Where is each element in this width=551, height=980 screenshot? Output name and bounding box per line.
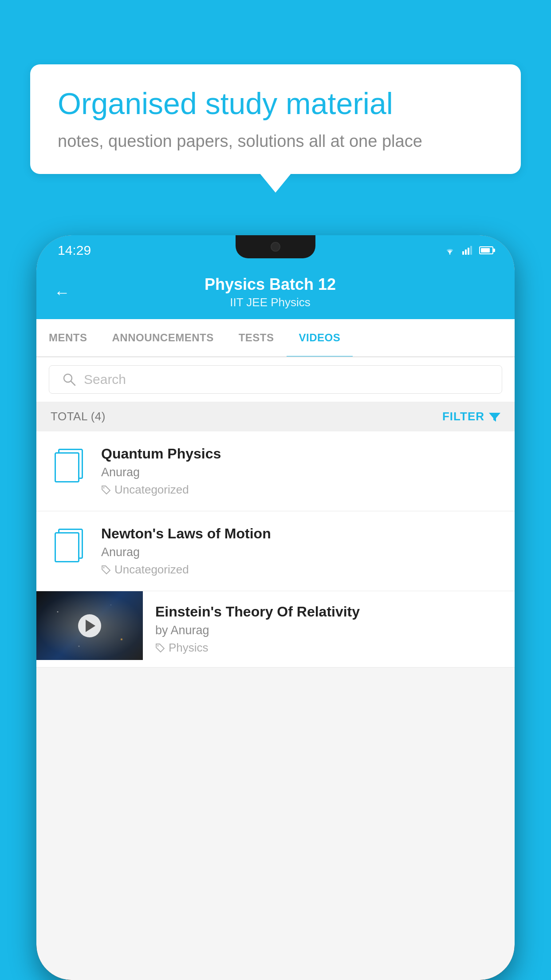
phone-frame: 14:29 (36, 235, 515, 980)
svg-point-9 (103, 567, 105, 568)
svg-marker-7 (489, 413, 500, 422)
list-item[interactable]: Quantum Physics Anurag Uncategorized (36, 431, 515, 511)
back-button[interactable]: ← (54, 283, 70, 302)
list-item[interactable]: Einstein's Theory Of Relativity by Anura… (36, 591, 515, 668)
file-icon-front (55, 532, 79, 562)
tag-icon (101, 485, 111, 495)
video-info: Newton's Laws of Motion Anurag Uncategor… (101, 526, 502, 577)
battery-icon (479, 246, 493, 254)
video-author: Anurag (101, 466, 502, 479)
file-icon-front (55, 452, 79, 482)
signal-icon (462, 246, 473, 255)
status-bar: 14:29 (36, 235, 515, 265)
filter-row: TOTAL (4) FILTER (36, 402, 515, 431)
total-count: TOTAL (4) (51, 410, 106, 423)
video-title: Newton's Laws of Motion (101, 526, 502, 542)
video-file-icon-wrapper (49, 446, 89, 486)
tag-label: Physics (169, 641, 209, 655)
svg-rect-1 (462, 251, 464, 255)
tab-tests[interactable]: TESTS (226, 319, 287, 356)
tag-icon (101, 565, 111, 575)
play-triangle-icon (86, 620, 95, 632)
tag-icon (155, 643, 165, 653)
video-title: Quantum Physics (101, 446, 502, 462)
tag-label: Uncategorized (114, 563, 189, 577)
tab-announcements[interactable]: ANNOUNCEMENTS (100, 319, 226, 356)
speech-bubble-subtitle: notes, question papers, solutions all at… (58, 132, 493, 151)
search-icon (62, 372, 77, 387)
video-list: Quantum Physics Anurag Uncategorized (36, 431, 515, 668)
header-title-section: Physics Batch 12 IIT JEE Physics (83, 275, 458, 309)
search-bar[interactable]: Search (49, 365, 502, 394)
speech-bubble-wrapper: Organised study material notes, question… (30, 64, 521, 174)
svg-rect-3 (468, 248, 469, 255)
file-icon (55, 529, 83, 562)
video-tag: Uncategorized (101, 563, 502, 577)
video-tag: Uncategorized (101, 483, 502, 497)
front-camera (271, 242, 280, 252)
svg-rect-2 (465, 249, 467, 255)
list-item[interactable]: Newton's Laws of Motion Anurag Uncategor… (36, 511, 515, 591)
svg-point-0 (449, 253, 451, 255)
video-info: Einstein's Theory Of Relativity by Anura… (143, 591, 515, 667)
tag-label: Uncategorized (114, 483, 189, 497)
video-author: Anurag (101, 545, 502, 559)
app-header: ← Physics Batch 12 IIT JEE Physics (36, 265, 515, 319)
svg-point-10 (157, 645, 159, 646)
tabs-bar: MENTS ANNOUNCEMENTS TESTS VIDEOS (36, 319, 515, 357)
video-author: by Anurag (155, 624, 502, 637)
tab-videos[interactable]: VIDEOS (287, 319, 353, 356)
video-file-icon-wrapper (49, 526, 89, 565)
search-placeholder: Search (84, 372, 126, 387)
filter-button[interactable]: FILTER (442, 410, 500, 423)
speech-bubble: Organised study material notes, question… (30, 64, 521, 174)
svg-rect-4 (470, 246, 472, 255)
filter-icon (489, 411, 500, 423)
notch (236, 235, 315, 258)
speech-bubble-title: Organised study material (58, 86, 493, 122)
video-thumbnail (36, 591, 143, 660)
video-title: Einstein's Theory Of Relativity (155, 604, 502, 620)
phone-screen: 14:29 (36, 235, 515, 980)
tab-ments[interactable]: MENTS (36, 319, 100, 356)
video-info: Quantum Physics Anurag Uncategorized (101, 446, 502, 497)
filter-label: FILTER (442, 410, 484, 423)
status-time: 14:29 (58, 243, 91, 258)
svg-point-8 (103, 487, 105, 488)
batch-subtitle: IIT JEE Physics (83, 296, 458, 309)
status-icons (444, 245, 493, 255)
search-bar-wrapper: Search (36, 357, 515, 402)
file-icon (55, 449, 83, 482)
video-tag: Physics (155, 641, 502, 655)
wifi-icon (444, 245, 456, 255)
batch-name: Physics Batch 12 (83, 275, 458, 294)
svg-line-6 (71, 381, 75, 385)
play-button[interactable] (78, 614, 101, 637)
